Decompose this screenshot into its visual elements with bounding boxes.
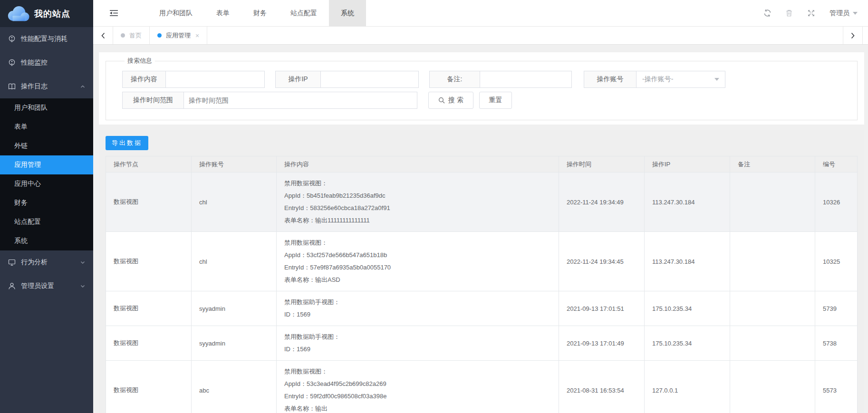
cell-remark xyxy=(730,326,815,361)
sidebar-item-admin-settings[interactable]: 管理员设置 xyxy=(0,274,93,298)
submenu-item-app-management[interactable]: 应用管理 xyxy=(0,155,93,174)
tab-scroll-left-button[interactable] xyxy=(93,27,113,44)
menu-fold-icon xyxy=(109,10,118,17)
cell-node: 数据视图 xyxy=(106,291,192,326)
cell-time: 2021-09-13 17:01:49 xyxy=(559,326,645,361)
submenu-item-external-links[interactable]: 外链 xyxy=(0,136,93,155)
col-operation-account: 操作账号 xyxy=(192,156,277,173)
chevron-down-icon xyxy=(80,283,86,289)
tab-scroll-right-button[interactable] xyxy=(843,27,863,44)
search-button[interactable]: 搜 索 xyxy=(428,92,473,109)
remark-field: 备注: xyxy=(429,71,572,88)
log-table-panel: 导出数据 操作节点 操作账号 操作内容 操作时间 操作IP 备注 xyxy=(99,130,864,413)
operation-account-field: 操作账号 -操作账号- xyxy=(584,71,725,88)
table-row[interactable]: 数据视图 chl 禁用数据视图： AppId：53cf257de566b547a… xyxy=(106,232,858,291)
col-id: 编号 xyxy=(815,156,858,173)
cell-node: 数据视图 xyxy=(106,361,192,413)
reset-button[interactable]: 重置 xyxy=(479,92,512,109)
time-range-input[interactable] xyxy=(184,92,417,109)
submenu-item-app-center[interactable]: 应用中心 xyxy=(0,174,93,193)
sidebar-item-behavior-analysis[interactable]: 行为分析 xyxy=(0,250,93,274)
nav-item-finance[interactable]: 财务 xyxy=(241,0,279,26)
col-operation-time: 操作时间 xyxy=(559,156,645,173)
logo[interactable]: 我的站点 xyxy=(0,0,93,27)
operation-content-input[interactable] xyxy=(166,71,265,88)
cell-time: 2021-09-13 17:01:51 xyxy=(559,291,645,326)
cell-content: 禁用数据视图： AppId：5b451feab9b21235d36af9dc E… xyxy=(277,173,559,232)
cloud-logo-icon xyxy=(6,6,30,21)
operation-account-select-value: -操作账号- xyxy=(642,75,673,84)
cell-time: 2022-11-24 19:34:45 xyxy=(559,232,645,291)
table-row[interactable]: 数据视图 abc 禁用数据视图： AppId：53c3ead4f95c2b699… xyxy=(106,361,858,413)
chevron-down-icon xyxy=(80,259,86,265)
remark-label: 备注: xyxy=(429,71,480,88)
cell-node: 数据视图 xyxy=(106,173,192,232)
tab-dot-icon xyxy=(157,33,162,38)
nav-item-site-config[interactable]: 站点配置 xyxy=(279,0,329,26)
close-icon[interactable]: × xyxy=(195,32,199,39)
user-icon xyxy=(8,282,16,290)
cell-content: 禁用数据助手视图： ID：1569 xyxy=(277,326,559,361)
page-content: 搜索信息 操作内容 操作IP 备注: xyxy=(93,45,868,413)
cell-ip: 113.247.30.184 xyxy=(645,232,730,291)
user-menu[interactable]: 管理员 xyxy=(829,9,858,18)
cell-ip: 175.10.235.34 xyxy=(645,326,730,361)
remark-input[interactable] xyxy=(480,71,572,88)
table-row[interactable]: 数据视图 syyadmin 禁用数据助手视图： ID：1569 2021-09-… xyxy=(106,291,858,326)
submenu-item-finance[interactable]: 财务 xyxy=(0,193,93,212)
submenu-item-forms[interactable]: 表单 xyxy=(0,117,93,136)
export-button[interactable]: 导出数据 xyxy=(106,136,148,150)
search-section-title: 搜索信息 xyxy=(125,57,155,65)
operation-account-select[interactable]: -操作账号- xyxy=(637,71,725,88)
nav-item-system[interactable]: 系统 xyxy=(329,0,366,26)
cell-id: 10325 xyxy=(815,232,858,291)
tab-dot-icon xyxy=(121,33,125,38)
sidebar-item-performance-monitor[interactable]: 性能监控 xyxy=(0,51,93,75)
cell-node: 数据视图 xyxy=(106,326,192,361)
monitor-icon xyxy=(8,259,16,267)
cell-remark xyxy=(730,361,815,413)
sidebar-item-performance-config[interactable]: 性能配置与消耗 xyxy=(0,27,93,51)
menu-fold-button[interactable] xyxy=(93,0,134,26)
tab-app-management[interactable]: 应用管理 × xyxy=(150,27,207,44)
cell-ip: 127.0.0.1 xyxy=(645,361,730,413)
refresh-icon[interactable] xyxy=(756,9,778,17)
table-row[interactable]: 数据视图 chl 禁用数据视图： AppId：5b451feab9b21235d… xyxy=(106,173,858,232)
search-row-1: 操作内容 操作IP 备注: xyxy=(122,71,857,88)
sidebar: 我的站点 性能配置与消耗 性能监控 xyxy=(0,0,93,413)
sidebar-item-operation-log[interactable]: 操作日志 xyxy=(0,75,93,98)
cell-remark xyxy=(730,291,815,326)
submenu-item-site-config[interactable]: 站点配置 xyxy=(0,212,93,231)
logo-text: 我的站点 xyxy=(34,8,70,19)
cell-account: chl xyxy=(192,232,277,291)
cell-id: 5739 xyxy=(815,291,858,326)
book-icon xyxy=(8,83,16,91)
search-row-2: 操作时间范围 搜 索 xyxy=(122,92,857,109)
col-operation-node: 操作节点 xyxy=(106,156,192,173)
fullscreen-icon[interactable] xyxy=(800,10,822,17)
nav-item-forms[interactable]: 表单 xyxy=(204,0,241,26)
operation-log-submenu: 用户和团队 表单 外链 应用管理 应用中心 财务 站点配置 系统 xyxy=(0,98,93,250)
app-window: 我的站点 性能配置与消耗 性能监控 xyxy=(0,0,868,413)
nav-item-users-teams[interactable]: 用户和团队 xyxy=(147,0,204,26)
operation-content-label: 操作内容 xyxy=(122,71,166,88)
tab-label: 应用管理 xyxy=(166,31,191,40)
operation-ip-input[interactable] xyxy=(321,71,419,88)
col-remark: 备注 xyxy=(730,156,815,173)
col-operation-content: 操作内容 xyxy=(277,156,559,173)
cell-node: 数据视图 xyxy=(106,232,192,291)
table-row[interactable]: 数据视图 syyadmin 禁用数据助手视图： ID：1569 2021-09-… xyxy=(106,326,858,361)
operation-ip-field: 操作IP xyxy=(275,71,419,88)
table-header-row: 操作节点 操作账号 操作内容 操作时间 操作IP 备注 编号 xyxy=(106,156,858,173)
trash-icon[interactable] xyxy=(778,10,800,17)
tab-home[interactable]: 首页 xyxy=(113,27,150,44)
search-button-label: 搜 索 xyxy=(448,96,463,105)
caret-down-icon xyxy=(853,12,858,15)
cell-content: 禁用数据视图： AppId：53cf257de566b547a651b18b E… xyxy=(277,232,559,291)
chevron-up-icon xyxy=(80,84,86,89)
submenu-item-users-teams[interactable]: 用户和团队 xyxy=(0,98,93,117)
cell-ip: 113.247.30.184 xyxy=(645,173,730,232)
operation-ip-label: 操作IP xyxy=(275,71,321,88)
submenu-item-system[interactable]: 系统 xyxy=(0,231,93,250)
broadcast-icon xyxy=(8,59,16,67)
